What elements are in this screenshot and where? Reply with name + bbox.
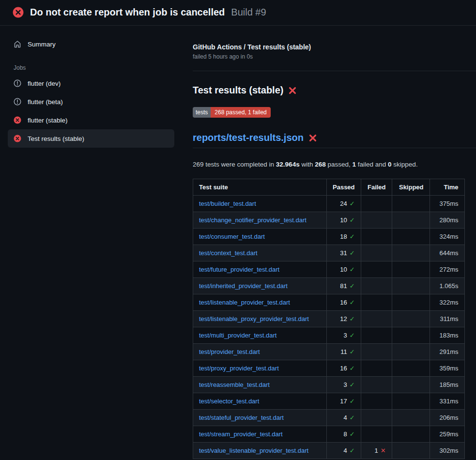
- passed-cell: 3✓: [327, 327, 361, 344]
- sidebar-item-summary[interactable]: Summary: [8, 36, 174, 52]
- count-value: 3: [343, 381, 347, 388]
- test-suite-link[interactable]: test/proxy_provider_test.dart: [199, 365, 279, 372]
- suite-cell: test/reassemble_test.dart: [193, 377, 327, 393]
- time-cell: 185ms: [430, 377, 464, 393]
- col-header-test-suite: Test suite: [193, 179, 327, 196]
- time-cell: 1.065s: [430, 278, 464, 294]
- skipped-cell: [392, 229, 430, 245]
- check-icon: ✓: [350, 332, 355, 339]
- test-suite-link[interactable]: test/value_listenable_provider_test.dart: [199, 447, 308, 454]
- test-suite-link[interactable]: test/future_provider_test.dart: [199, 266, 279, 273]
- skipped-cell: [392, 245, 430, 261]
- skipped-cell: [392, 377, 430, 393]
- passed-cell: 3✓: [327, 377, 361, 393]
- test-suite-link[interactable]: test/inherited_provider_test.dart: [199, 282, 288, 290]
- x-icon: ✕: [381, 447, 386, 454]
- run-status-line: failed 5 hours ago in 0s: [193, 53, 476, 60]
- job-label: flutter (stable): [28, 117, 68, 124]
- summary-line: 269 tests were completed in 32.964s with…: [193, 161, 476, 168]
- table-row: test/builder_test.dart24✓375ms: [193, 196, 465, 212]
- table-row: test/consumer_test.dart18✓324ms: [193, 229, 465, 245]
- badge-value: 268 passed, 1 failed: [211, 107, 270, 118]
- table-row: test/future_provider_test.dart10✓272ms: [193, 261, 465, 278]
- suite-cell: test/consumer_test.dart: [193, 229, 327, 245]
- test-suite-link[interactable]: test/consumer_test.dart: [199, 233, 265, 240]
- table-row: test/reassemble_test.dart3✓185ms: [193, 377, 465, 393]
- time-cell: 291ms: [430, 344, 464, 360]
- summary-part: skipped.: [392, 161, 418, 168]
- github-actions-run-page: Do not create report when job is cancell…: [0, 0, 476, 459]
- alert-icon: [14, 79, 21, 87]
- passed-cell: 4✓: [327, 410, 361, 426]
- test-suite-link[interactable]: test/stateful_provider_test.dart: [199, 414, 284, 421]
- tests-badge: tests 268 passed, 1 failed: [193, 107, 271, 118]
- sidebar-item-flutter-stable[interactable]: flutter (stable): [8, 111, 174, 129]
- sidebar-item-flutter-dev[interactable]: flutter (dev): [8, 74, 174, 92]
- table-header-row: Test suite Passed Failed Skipped Time: [193, 179, 465, 196]
- run-build-number: Build #9: [231, 7, 266, 18]
- count-value: 4: [343, 447, 347, 454]
- sidebar-item-test-results-stable[interactable]: Test results (stable): [8, 129, 174, 148]
- suite-cell: test/provider_test.dart: [193, 344, 327, 360]
- sidebar-summary-label: Summary: [28, 41, 56, 48]
- suite-cell: test/inherited_provider_test.dart: [193, 278, 327, 294]
- check-icon: ✓: [350, 266, 355, 273]
- sidebar: Summary Jobs flutter (dev): [0, 26, 180, 148]
- suite-cell: test/listenable_proxy_provider_test.dart: [193, 311, 327, 327]
- test-suite-link[interactable]: test/provider_test.dart: [199, 348, 260, 355]
- col-header-passed: Passed: [327, 179, 361, 196]
- main-content: GitHub Actions / Test results (stable) f…: [180, 26, 476, 459]
- suite-cell: test/listenable_provider_test.dart: [193, 294, 327, 311]
- time-cell: 359ms: [430, 360, 464, 377]
- col-header-failed: Failed: [361, 179, 392, 196]
- passed-cell: 81✓: [327, 278, 361, 294]
- check-icon: ✓: [350, 381, 355, 388]
- test-suite-link[interactable]: test/stream_provider_test.dart: [199, 430, 283, 438]
- test-suite-link[interactable]: test/multi_provider_test.dart: [199, 332, 276, 339]
- skipped-cell: [392, 327, 430, 344]
- test-suite-link[interactable]: test/change_notifier_provider_test.dart: [199, 216, 307, 224]
- passed-cell: 18✓: [327, 229, 361, 245]
- test-suite-link[interactable]: test/builder_test.dart: [199, 200, 256, 207]
- table-row: test/stream_provider_test.dart8✓259ms: [193, 426, 465, 443]
- passed-cell: 8✓: [327, 426, 361, 443]
- time-cell: 644ms: [430, 245, 464, 261]
- check-icon: ✓: [350, 348, 355, 355]
- table-row: test/proxy_provider_test.dart16✓359ms: [193, 360, 465, 377]
- col-header-time: Time: [430, 179, 464, 196]
- count-value: 16: [340, 299, 347, 306]
- passed-cell: 4✓: [327, 443, 361, 459]
- skipped-cell: [392, 261, 430, 278]
- count-value: 1: [374, 447, 378, 454]
- test-suite-link[interactable]: test/listenable_provider_test.dart: [199, 299, 290, 306]
- table-row: test/context_test.dart31✓644ms: [193, 245, 465, 261]
- check-icon: ✓: [350, 282, 355, 290]
- suite-cell: test/builder_test.dart: [193, 196, 327, 212]
- table-row: test/change_notifier_provider_test.dart1…: [193, 212, 465, 229]
- count-value: 8: [343, 430, 347, 438]
- suite-cell: test/stream_provider_test.dart: [193, 426, 327, 443]
- failed-cell: [361, 196, 392, 212]
- test-suite-link[interactable]: test/selector_test.dart: [199, 398, 259, 405]
- check-icon: ✓: [350, 216, 355, 224]
- sidebar-item-flutter-beta[interactable]: flutter (beta): [8, 92, 174, 111]
- breadcrumb: GitHub Actions / Test results (stable): [193, 43, 476, 51]
- failed-cell: [361, 212, 392, 229]
- table-row: test/listenable_proxy_provider_test.dart…: [193, 311, 465, 327]
- failed-cell: 1✕: [361, 443, 392, 459]
- home-icon: [14, 40, 21, 48]
- failed-cell: [361, 344, 392, 360]
- count-value: 11: [340, 348, 347, 355]
- test-suite-link[interactable]: test/listenable_proxy_provider_test.dart: [199, 315, 309, 322]
- summary-part: 268: [315, 161, 326, 168]
- time-cell: 375ms: [430, 196, 464, 212]
- count-value: 31: [340, 249, 347, 257]
- count-value: 4: [343, 414, 347, 421]
- passed-cell: 10✓: [327, 261, 361, 278]
- test-suite-link[interactable]: test/reassemble_test.dart: [199, 381, 270, 388]
- report-file-link[interactable]: reports/test-results.json: [193, 132, 304, 143]
- failed-cell: [361, 410, 392, 426]
- test-suite-link[interactable]: test/context_test.dart: [199, 249, 258, 257]
- skipped-cell: [392, 344, 430, 360]
- run-title: Do not create report when job is cancell…: [30, 7, 225, 18]
